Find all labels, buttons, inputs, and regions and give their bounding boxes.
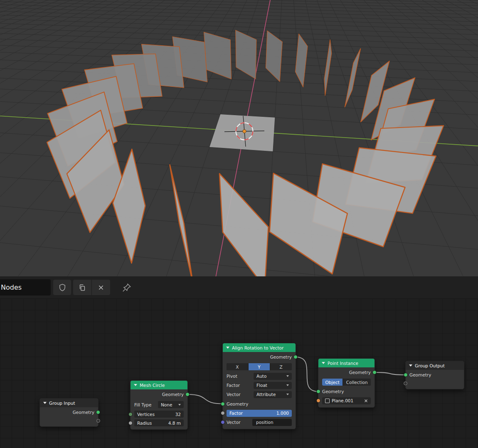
geometry-output-socket[interactable] <box>293 355 298 359</box>
collapse-icon[interactable] <box>226 347 229 349</box>
chevron-down-icon <box>178 404 181 406</box>
collection-toggle-button[interactable]: Collection <box>343 379 371 386</box>
collapse-icon[interactable] <box>322 362 325 364</box>
row-pivot: Pivot Auto <box>223 372 296 381</box>
chevron-down-icon <box>286 384 289 386</box>
node-group-output[interactable]: Group Output Geometry <box>405 361 464 389</box>
geometry-output-socket[interactable] <box>185 392 190 396</box>
node-header[interactable]: Group Output <box>406 361 464 370</box>
axis-y-button[interactable]: Y <box>249 363 270 370</box>
unlink-button[interactable] <box>91 280 110 295</box>
collapse-icon[interactable] <box>409 364 412 367</box>
row-vector-mode: Vector Attribute <box>223 390 296 399</box>
object-toggle-button[interactable]: Object <box>322 379 342 386</box>
factor-dropdown[interactable]: Float <box>254 382 292 389</box>
fill-type-dropdown[interactable]: None <box>158 401 184 408</box>
socket-label: Geometry <box>227 401 248 406</box>
socket-label: Geometry <box>73 410 94 415</box>
factor-input-socket[interactable] <box>221 411 225 415</box>
pivot-value: Auto <box>256 374 266 379</box>
factor-label: Factor <box>227 383 254 388</box>
vector-label: Vector <box>227 392 254 397</box>
row-vertices: Vertices 32 <box>131 410 187 418</box>
geometry-output-socket[interactable] <box>96 410 100 414</box>
blender-window: Nodes <box>0 0 478 448</box>
vector-attribute-field[interactable]: position <box>252 419 292 426</box>
row-virtual-output <box>40 417 98 424</box>
row-axis-toggle: X Y Z <box>223 362 296 372</box>
node-tree-name-input[interactable]: Nodes <box>0 279 51 295</box>
chevron-down-icon <box>286 394 289 395</box>
duplicate-icon <box>78 283 87 292</box>
vector-dropdown[interactable]: Attribute <box>254 391 292 398</box>
row-object: Plane.001 <box>318 396 375 405</box>
geometry-input-socket[interactable] <box>316 389 320 394</box>
vector-field-label: Vector <box>227 420 252 425</box>
node-group-input[interactable]: Group Input Geometry <box>39 398 99 427</box>
node-point-instance[interactable]: Point Instance Geometry Object Collectio… <box>318 358 375 408</box>
object-input-socket[interactable] <box>316 399 320 403</box>
object-selector-field[interactable]: Plane.001 <box>322 397 371 404</box>
geometry-input-socket[interactable] <box>221 402 225 406</box>
collapse-icon[interactable] <box>43 402 47 404</box>
row-vector-attribute: Vector position <box>223 418 296 427</box>
axis-z-button[interactable]: Z <box>270 363 292 370</box>
socket-label: Geometry <box>409 372 431 377</box>
row-geometry-input: Geometry <box>223 399 296 409</box>
node-mesh-circle[interactable]: Mesh Circle Geometry Fill Type None Vert… <box>130 380 188 430</box>
radius-value: 4.8 m <box>168 421 181 426</box>
fill-type-value: None <box>161 402 172 407</box>
chevron-down-icon <box>286 375 289 377</box>
factor-slider-label: Factor <box>229 411 243 416</box>
new-node-tree-button[interactable] <box>73 280 91 295</box>
radius-label: Radius <box>137 421 152 426</box>
collapse-icon[interactable] <box>134 384 137 386</box>
factor-slider[interactable]: Factor 1.000 <box>227 410 292 417</box>
row-fill-type: Fill Type None <box>131 399 187 410</box>
row-geometry-input: Geometry <box>406 370 464 380</box>
socket-label: Geometry <box>322 389 344 394</box>
row-geometry-output: Geometry <box>40 407 98 417</box>
vertices-field[interactable]: Vertices 32 <box>134 411 184 418</box>
node-editor-canvas[interactable]: Group Input Geometry Mesh Circle Geometr… <box>0 298 478 448</box>
pin-icon[interactable] <box>120 281 134 295</box>
geometry-input-socket[interactable] <box>404 373 408 377</box>
virtual-socket[interactable] <box>96 419 100 423</box>
radius-input-socket[interactable] <box>128 421 133 425</box>
shield-icon <box>58 283 67 292</box>
row-geometry-input: Geometry <box>318 387 375 396</box>
fake-user-button[interactable] <box>53 280 71 295</box>
instance-type-toggle: Object Collection <box>322 379 371 386</box>
row-instance-type-toggle: Object Collection <box>318 377 375 387</box>
clear-object-icon[interactable] <box>364 399 368 403</box>
radius-field[interactable]: Radius 4.8 m <box>134 419 184 426</box>
factor-slider-value: 1.000 <box>276 411 289 416</box>
source-plane-object[interactable] <box>209 114 275 151</box>
vertices-input-socket[interactable] <box>128 412 133 416</box>
node-link <box>375 372 406 375</box>
socket-label: Geometry <box>349 370 371 375</box>
axis-x-button[interactable]: X <box>227 363 248 370</box>
factor-mode-value: Float <box>256 383 267 388</box>
vertices-value: 32 <box>175 412 181 417</box>
node-header[interactable]: Group Input <box>40 399 98 407</box>
node-header[interactable]: Align Rotation to Vector <box>223 343 296 352</box>
row-geometry-output: Geometry <box>223 352 296 362</box>
node-title: Group Output <box>415 363 445 368</box>
virtual-socket[interactable] <box>404 382 407 385</box>
geometry-output-socket[interactable] <box>372 370 377 374</box>
vector-attribute-value: position <box>256 420 273 425</box>
close-icon <box>96 283 106 292</box>
3d-viewport[interactable] <box>0 0 478 276</box>
pivot-dropdown[interactable]: Auto <box>254 373 292 380</box>
socket-label: Geometry <box>270 354 292 359</box>
node-header[interactable]: Point Instance <box>318 359 375 367</box>
node-title: Align Rotation to Vector <box>232 345 283 350</box>
row-radius: Radius 4.8 m <box>131 418 187 427</box>
node-link <box>187 394 223 404</box>
node-header[interactable]: Mesh Circle <box>131 381 187 389</box>
node-align-rotation-to-vector[interactable]: Align Rotation to Vector Geometry X Y Z … <box>222 343 296 429</box>
vector-input-socket[interactable] <box>221 420 225 424</box>
socket-label: Geometry <box>162 392 184 397</box>
vector-mode-value: Attribute <box>256 392 276 397</box>
